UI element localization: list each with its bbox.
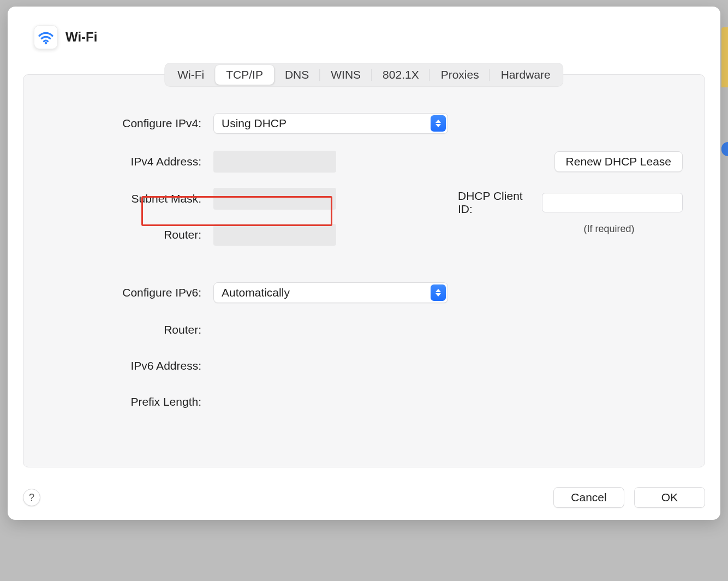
tab-proxies[interactable]: Proxies (430, 65, 490, 85)
tab-wifi[interactable]: Wi-Fi (166, 65, 215, 85)
dhcp-client-id-input[interactable] (542, 193, 683, 212)
content-frame: Wi-Fi TCP/IP DNS WINS 802.1X Proxies Har… (23, 74, 705, 467)
configure-ipv6-select[interactable]: Automatically (213, 282, 448, 303)
dhcp-client-id-hint: (If required) (535, 223, 683, 235)
sheet-header: Wi-Fi (23, 20, 705, 63)
ipv6-router-label: Router: (45, 323, 204, 336)
background-edge (721, 142, 728, 156)
ok-button[interactable]: OK (634, 487, 705, 508)
ipv6-router-value (213, 321, 448, 339)
tab-bar: Wi-Fi TCP/IP DNS WINS 802.1X Proxies Har… (164, 63, 563, 87)
ipv6-address-value (213, 357, 448, 375)
redacted-ipv4-address (213, 151, 336, 173)
ipv6-address-label: IPv6 Address: (45, 359, 204, 372)
select-stepper-icon (431, 115, 446, 132)
svg-point-0 (45, 42, 47, 44)
help-button[interactable]: ? (23, 489, 40, 506)
ipv4-address-value (213, 152, 448, 171)
window-backdrop: Wi-Fi Wi-Fi TCP/IP DNS WINS 802.1X Proxi… (0, 0, 728, 581)
ipv4-router-label: Router: (45, 228, 204, 241)
redacted-subnet-mask (213, 188, 336, 210)
form-grid: Configure IPv4: Using DHCP IPv4 Address: (45, 113, 683, 411)
prefix-length-label: Prefix Length: (45, 395, 204, 408)
settings-panel: Wi-Fi TCP/IP DNS WINS 802.1X Proxies Har… (23, 74, 705, 467)
renew-dhcp-lease-button[interactable]: Renew DHCP Lease (554, 151, 683, 172)
redacted-ipv4-router (213, 224, 336, 246)
configure-ipv4-select[interactable]: Using DHCP (213, 113, 448, 134)
sheet-title: Wi-Fi (65, 29, 97, 45)
configure-ipv6-label: Configure IPv6: (45, 286, 204, 299)
ipv4-router-value (213, 226, 448, 244)
configure-ipv6-value: Automatically (222, 286, 290, 299)
sheet-footer: ? Cancel OK (23, 487, 705, 508)
subnet-mask-label: Subnet Mask: (45, 192, 204, 205)
tab-dns[interactable]: DNS (274, 65, 320, 85)
subnet-mask-value (213, 189, 448, 208)
ipv4-address-label: IPv4 Address: (45, 155, 204, 168)
select-stepper-icon (431, 284, 446, 301)
dhcp-client-id-label: DHCP Client ID: (458, 189, 536, 216)
settings-sheet: Wi-Fi Wi-Fi TCP/IP DNS WINS 802.1X Proxi… (8, 7, 720, 520)
wifi-icon (34, 25, 58, 49)
tab-hardware[interactable]: Hardware (490, 65, 562, 85)
configure-ipv4-label: Configure IPv4: (45, 117, 204, 130)
tab-tcpip[interactable]: TCP/IP (215, 65, 274, 85)
cancel-button[interactable]: Cancel (553, 487, 624, 508)
configure-ipv4-value: Using DHCP (222, 117, 287, 130)
tab-8021x[interactable]: 802.1X (372, 65, 430, 85)
prefix-length-value (213, 393, 448, 411)
tab-wins[interactable]: WINS (320, 65, 372, 85)
background-edge (721, 27, 728, 87)
